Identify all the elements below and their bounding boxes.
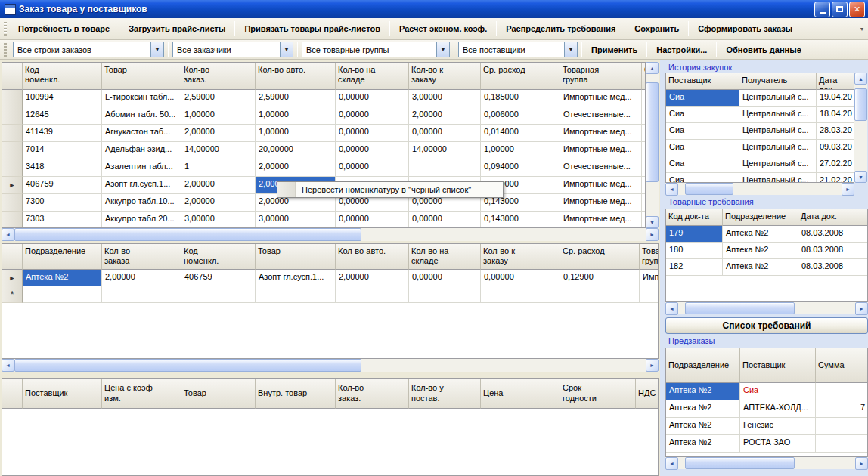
column-header[interactable]: Товарная группа xyxy=(560,63,642,90)
grid-cell[interactable]: Абомин табл. 50... xyxy=(102,107,181,125)
grid-cell[interactable]: 0,00000 xyxy=(336,212,409,228)
grid-cell[interactable]: Азалептин табл... xyxy=(102,159,181,177)
minimize-button[interactable] xyxy=(814,2,830,17)
grid-cell[interactable]: Центральный с... xyxy=(739,107,817,123)
grid-cell[interactable]: Азопт гл.сусп.1... xyxy=(102,177,181,194)
column-header[interactable]: Подразделение xyxy=(23,244,102,270)
apply-button[interactable]: Применить xyxy=(584,42,645,57)
purchase-history-vscrollbar[interactable]: ▲ ▼ xyxy=(854,73,867,183)
orders-grid-vscrollbar[interactable]: ▲ ▼ xyxy=(646,62,659,228)
grid-cell[interactable]: Аптека №2 xyxy=(666,400,740,418)
grid-cell[interactable]: 12645 xyxy=(23,107,102,125)
column-header[interactable]: Кол-во у постав. xyxy=(409,379,481,409)
grid-cell[interactable]: 1,00000 xyxy=(256,125,336,142)
purchase-history-hscrollbar[interactable]: ◄ ► xyxy=(665,183,854,195)
scroll-up-icon[interactable]: ▲ xyxy=(646,62,659,74)
column-header[interactable]: Товар xyxy=(256,244,336,270)
scroll-left-icon[interactable]: ◄ xyxy=(665,457,678,470)
grid-cell[interactable]: 3,00000 xyxy=(409,90,481,107)
column-header[interactable]: Цена xyxy=(481,379,560,409)
scrollbar-thumb[interactable] xyxy=(685,457,795,469)
grid-cell[interactable]: 1 xyxy=(181,159,256,177)
column-header[interactable]: Дата док. xyxy=(817,73,854,90)
column-header[interactable]: Кол-во на складе xyxy=(336,63,409,90)
grid-cell[interactable]: 0,00000 xyxy=(409,212,481,228)
grid-cell[interactable]: 411439 xyxy=(23,125,102,142)
grid-cell[interactable]: 08.03.2008 xyxy=(798,226,867,243)
grid-cell[interactable]: Импортные мед... xyxy=(560,177,642,194)
settings-button[interactable]: Настройки... xyxy=(649,42,715,57)
grid-cell[interactable]: 2,00000 xyxy=(181,194,256,212)
grid-cell[interactable] xyxy=(560,286,640,303)
column-header[interactable]: Дата док. xyxy=(798,209,867,226)
grid-cell[interactable]: 0,12900 xyxy=(560,270,640,286)
grid-cell[interactable] xyxy=(642,142,645,159)
scrollbar-thumb[interactable] xyxy=(685,302,795,314)
grid-cell[interactable]: 7303 xyxy=(23,212,102,228)
chevron-down-icon[interactable]: ▼ xyxy=(150,42,163,57)
column-header[interactable]: Подразделение xyxy=(666,348,740,383)
grid-cell[interactable]: 14,00000 xyxy=(409,142,481,159)
distribute-requirements-button[interactable]: Распределить требования xyxy=(498,21,623,36)
grid-cell[interactable]: Сиа xyxy=(666,107,739,123)
grid-cell[interactable]: 7 xyxy=(816,400,867,418)
column-header[interactable]: Кол-во на складе xyxy=(409,244,481,270)
grid-cell[interactable]: 406759 xyxy=(181,270,256,286)
grid-cell[interactable]: 7300 xyxy=(23,194,102,212)
grid-cell[interactable]: 27.02.20 xyxy=(817,156,854,173)
grid-cell[interactable]: Центральный с... xyxy=(739,156,817,173)
grid-cell[interactable] xyxy=(642,177,645,194)
row-header[interactable] xyxy=(2,212,23,228)
context-menu-item-blacklist[interactable]: Перевести номенклатуру в "черный список" xyxy=(296,185,477,194)
grid-cell[interactable] xyxy=(256,286,336,303)
grid-cell[interactable] xyxy=(642,125,645,142)
grid-cell[interactable] xyxy=(816,383,867,400)
scroll-right-icon[interactable]: ► xyxy=(646,228,659,241)
grid-cell[interactable]: 0,014000 xyxy=(481,125,560,142)
grid-cell[interactable]: АПТЕКА-ХОЛД... xyxy=(740,400,816,418)
column-header[interactable]: НДС xyxy=(636,379,658,409)
demand-button[interactable]: Потребность в товаре xyxy=(11,21,117,36)
column-header[interactable]: Кол-во к заказу xyxy=(481,244,560,270)
grid-cell[interactable] xyxy=(23,286,102,303)
grid-cell[interactable] xyxy=(640,286,658,303)
form-orders-button[interactable]: Сформировать заказы xyxy=(690,21,800,36)
grid-cell[interactable]: 0,00000 xyxy=(336,125,409,142)
column-header[interactable]: Товар xyxy=(102,63,181,90)
scrollbar-track[interactable] xyxy=(14,359,646,372)
grid-cell[interactable]: 7014 xyxy=(23,142,102,159)
product-groups-filter-select[interactable]: Все товарные группы ▼ xyxy=(302,42,450,57)
column-header[interactable]: Срок годности xyxy=(560,379,636,409)
scrollbar-thumb[interactable] xyxy=(646,82,659,182)
grid-cell[interactable] xyxy=(102,286,181,303)
grid-cell[interactable] xyxy=(642,107,645,125)
grid-cell[interactable]: 2,00000 xyxy=(409,107,481,125)
grid-cell[interactable]: Сиа xyxy=(666,156,739,173)
grid-cell[interactable]: Аптека №2 xyxy=(666,435,740,453)
grid-cell[interactable] xyxy=(642,159,645,177)
grid-cell[interactable] xyxy=(181,286,256,303)
preorders-hscrollbar[interactable]: ◄ ► xyxy=(665,457,868,469)
scrollbar-thumb[interactable] xyxy=(14,228,361,241)
column-header[interactable]: Кол-во авто. xyxy=(256,63,336,90)
grid-cell[interactable]: Импортные мед... xyxy=(560,90,642,107)
grid-cell[interactable]: Центральный с... xyxy=(739,140,817,156)
grid-cell[interactable]: Аптека №2 xyxy=(666,418,740,435)
grid-cell[interactable]: Центральный с... xyxy=(739,123,817,140)
link-pricelist-goods-button[interactable]: Привязать товары прайс-листов xyxy=(237,21,388,36)
grid-cell[interactable]: 2,59000 xyxy=(256,90,336,107)
scrollbar-track[interactable] xyxy=(14,228,646,241)
grid-cell[interactable]: Сиа xyxy=(666,140,739,156)
column-header[interactable]: Товарная группа xyxy=(640,244,658,270)
column-header[interactable]: Получатель xyxy=(739,73,817,90)
grid-cell[interactable]: 08.03.2008 xyxy=(798,259,867,276)
column-header[interactable]: Поставщик xyxy=(666,73,739,90)
requirements-hscrollbar[interactable]: ◄ ► xyxy=(665,302,868,314)
row-header[interactable] xyxy=(2,90,23,107)
row-header-corner[interactable] xyxy=(2,63,23,90)
grid-cell[interactable]: Аптека №2 xyxy=(723,243,798,259)
grid-cell[interactable]: 406759 xyxy=(23,177,102,194)
grid-cell[interactable]: Импортные мед... xyxy=(560,194,642,212)
column-header[interactable]: Товар xyxy=(181,379,256,409)
grid-cell[interactable]: Центральный с... xyxy=(739,173,817,183)
